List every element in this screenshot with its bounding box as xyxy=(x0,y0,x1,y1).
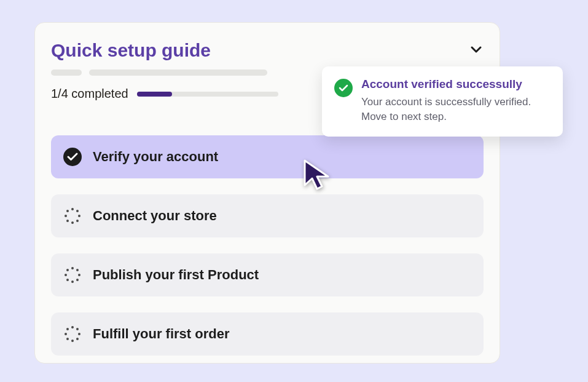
pending-icon xyxy=(63,207,82,225)
progress-bar xyxy=(137,92,278,97)
progress-label: 1/4 completed xyxy=(51,87,128,101)
step-connect-store[interactable]: Connect your store xyxy=(51,194,484,237)
progress-fill xyxy=(137,92,173,97)
success-check-icon xyxy=(334,79,353,97)
chevron-down-icon xyxy=(469,42,484,57)
toast-content: Account verified successully Your accoun… xyxy=(361,78,551,124)
toast-description: Your account is successfully verified. M… xyxy=(361,95,551,124)
check-circle-icon xyxy=(63,148,82,166)
step-label: Verify your account xyxy=(93,149,218,165)
step-fulfill-order[interactable]: Fulfill your first order xyxy=(51,312,484,356)
skeleton-bar xyxy=(89,70,267,76)
step-label: Fulfill your first order xyxy=(93,326,229,342)
success-toast: Account verified successully Your accoun… xyxy=(322,66,563,137)
skeleton-bar xyxy=(51,70,82,76)
collapse-toggle[interactable] xyxy=(469,42,484,60)
toast-title: Account verified successully xyxy=(361,78,551,91)
svg-point-0 xyxy=(63,148,82,166)
steps-list: Verify your account Connect your store xyxy=(51,135,484,356)
step-publish-product[interactable]: Publish your first Product xyxy=(51,253,484,296)
page-title: Quick setup guide xyxy=(51,40,211,61)
pending-icon xyxy=(63,266,82,284)
step-label: Publish your first Product xyxy=(93,267,259,283)
card-header: Quick setup guide xyxy=(51,40,484,61)
step-label: Connect your store xyxy=(93,208,217,224)
pending-icon xyxy=(63,325,82,343)
step-verify-account[interactable]: Verify your account xyxy=(51,135,484,178)
cursor-icon xyxy=(302,158,333,193)
